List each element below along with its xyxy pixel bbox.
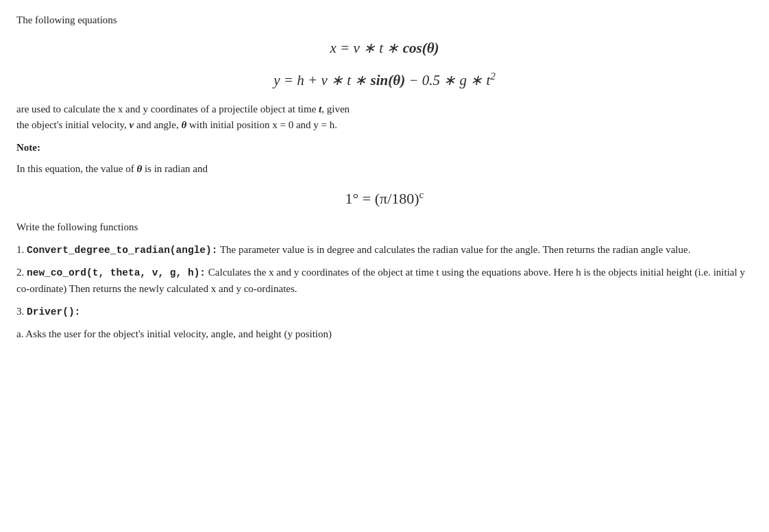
radian-equation: 1° = (π/180)c — [16, 186, 753, 210]
equation-1: x = v ∗ t ∗ cos(θ) — [16, 38, 753, 60]
driver-a-text: Asks the user for the object's initial v… — [25, 328, 332, 339]
equation-2: y = h + v ∗ t ∗ sin(θ) − 0.5 ∗ g ∗ t2 — [16, 69, 753, 92]
function-2-number: 2. — [16, 267, 27, 278]
function-1-name: Convert_degree_to_radian(angle): — [27, 245, 217, 256]
write-functions-text: Write the following functions — [16, 219, 753, 235]
function-item-3: 3. Driver(): — [16, 304, 753, 319]
driver-item-a: a. Asks the user for the object's initia… — [16, 326, 753, 342]
driver-a-label: a. — [16, 328, 25, 339]
eq1-display: x = v ∗ t ∗ cos(θ) — [330, 40, 439, 56]
eq2-display: y = h + v ∗ t ∗ sin(θ) − 0.5 ∗ g ∗ t2 — [273, 72, 496, 88]
function-3-number: 3. — [16, 306, 27, 317]
function-1-desc: The parameter value is in degree and cal… — [217, 244, 690, 255]
note-label: Note: — [16, 140, 753, 156]
function-3-name: Driver(): — [27, 306, 80, 317]
function-item-2: 2. new_co_ord(t, theta, v, g, h): Calcul… — [16, 265, 753, 297]
function-1-number: 1. — [16, 244, 27, 255]
intro-text: The following equations — [16, 12, 753, 28]
radian-explanation-text: In this equation, the value of θ is in r… — [16, 161, 753, 177]
function-2-name: new_co_ord(t, theta, v, g, h): — [27, 267, 206, 278]
body-text-1: are used to calculate the x and y coordi… — [16, 101, 753, 134]
function-item-1: 1. Convert_degree_to_radian(angle): The … — [16, 242, 753, 258]
